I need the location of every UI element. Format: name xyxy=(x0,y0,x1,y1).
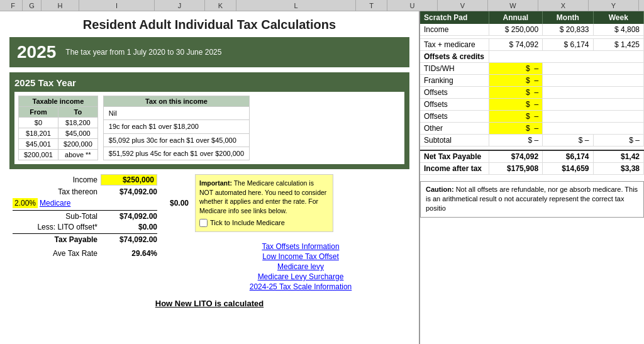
link-medicare[interactable]: Medicare levy xyxy=(195,262,406,271)
tables-row: Taxable income From To $0 $18,200 xyxy=(14,92,404,164)
income-annual: $ 250,000 xyxy=(489,24,542,36)
income-calc-value[interactable]: $250,000 xyxy=(101,174,157,186)
table-row: 19c for each $1 over $18,200 xyxy=(103,120,249,133)
tax-year-label: 2025 Tax Year xyxy=(14,77,404,88)
offsets-3-value[interactable]: $ – xyxy=(489,111,542,123)
offsets-3-label: Offsets xyxy=(420,111,489,123)
how-lito[interactable]: How New LITO is calculated xyxy=(9,299,409,308)
lito-label: Less: LITO offset* xyxy=(13,223,101,231)
tax-week: $ 1,425 xyxy=(593,39,643,51)
income-after-tax-label: Income after tax xyxy=(420,162,489,174)
col-x: X xyxy=(538,0,589,11)
table-row: $51,592 plus 45c for each $1 over $200,0… xyxy=(103,147,249,160)
medicare-row: 2.00% Medicare $0.00 xyxy=(13,198,189,208)
medicare-link[interactable]: Medicare xyxy=(40,199,70,208)
tax-3: $51,592 plus 45c for each $1 over $200,0… xyxy=(103,147,249,160)
income-after-tax-month: $14,659 xyxy=(543,162,593,174)
tids-label: TIDs/WH xyxy=(420,63,489,75)
link-tax-offsets[interactable]: Tax Offsets Information xyxy=(195,242,406,251)
net-tax-week: $1,42 xyxy=(593,150,643,163)
table-row: $5,092 plus 30c for each $1 over $45,000 xyxy=(103,133,249,147)
to-3: above ** xyxy=(58,150,97,160)
franking-label: Franking xyxy=(420,75,489,87)
checkbox-row: Tick to Include Medicare xyxy=(199,218,329,228)
other-label: Other xyxy=(420,123,489,135)
scratch-table: Scratch Pad Annual Month Week Income $ 2… xyxy=(420,11,644,175)
from-2: $45,001 xyxy=(19,139,58,150)
tids-row: TIDs/WH $ – xyxy=(420,63,644,75)
table-row: $45,001 $200,000 xyxy=(19,139,98,150)
tax-payable-row: Tax Payable $74,092.00 xyxy=(13,235,189,244)
other-value[interactable]: $ – xyxy=(489,123,542,135)
separator-1 xyxy=(13,210,157,211)
offsets-2-value[interactable]: $ – xyxy=(489,99,542,111)
to-0: $18,200 xyxy=(58,118,97,128)
scratch-pad-area: Scratch Pad Annual Month Week Income $ 2… xyxy=(420,11,644,344)
col-y: Y xyxy=(589,0,639,11)
table-row: $18,201 $45,000 xyxy=(19,128,98,139)
caution-title: Caution: xyxy=(426,186,454,193)
income-after-tax-week: $3,38 xyxy=(593,162,643,174)
caution-box: Caution: Not all offsets are refundable,… xyxy=(420,181,644,218)
offsets-header-row: Offsets & credits xyxy=(420,51,644,63)
tax-0: Nil xyxy=(103,107,249,120)
subtotal-month: $ – xyxy=(543,135,593,147)
scratch-pad-header: Scratch Pad xyxy=(420,11,489,24)
links-area: Tax Offsets Information Low Income Tax O… xyxy=(195,242,406,292)
tax-payable-label: Tax Payable xyxy=(13,235,101,244)
col-v: V xyxy=(438,0,488,11)
page-title: Resident Adult Individual Tax Calculatio… xyxy=(9,18,409,32)
tax-thereon-row: Tax thereon $74,092.00 xyxy=(13,187,189,196)
income-scratch-label: Income xyxy=(420,24,489,36)
table-row: $0 $18,200 xyxy=(19,118,98,128)
subtotal-value: $74,092.00 xyxy=(101,212,157,221)
separator-2 xyxy=(13,233,157,234)
col-t: T xyxy=(356,0,387,11)
col-w: W xyxy=(488,0,538,11)
medicare-rate[interactable]: 2.00% xyxy=(13,198,38,208)
income-calc-label: Income xyxy=(13,175,101,184)
link-tax-scale[interactable]: 2024-25 Tax Scale Information xyxy=(195,282,406,291)
col-f: F xyxy=(4,0,23,11)
medicare-checkbox[interactable] xyxy=(199,219,208,227)
annual-header: Annual xyxy=(489,11,542,24)
tax-month: $ 6,174 xyxy=(543,39,593,51)
from-header: From xyxy=(19,107,58,118)
subtotal-label: Sub-Total xyxy=(13,212,101,221)
income-month: $ 20,833 xyxy=(543,24,593,36)
offsets-3-row: Offsets $ – xyxy=(420,111,644,123)
tax-1: 19c for each $1 over $18,200 xyxy=(103,120,249,133)
subtotal-scratch-row: Subtotal $ – $ – $ – xyxy=(420,135,644,147)
col-i: I xyxy=(79,0,155,11)
offsets-1-row: Offsets $ – xyxy=(420,87,644,99)
tax-table: Tax on this income Nil 19c for each $1 o… xyxy=(103,96,250,160)
subtotal-week: $ – xyxy=(593,135,643,147)
tax-medicare-row: Tax + medicare $ 74,092 $ 6,174 $ 1,425 xyxy=(420,39,644,51)
net-tax-annual: $74,092 xyxy=(489,150,542,163)
from-3: $200,001 xyxy=(19,150,58,160)
link-medicare-surcharge[interactable]: Medicare Levy Surcharge xyxy=(195,272,406,281)
link-low-income[interactable]: Low Income Tax Offset xyxy=(195,252,406,261)
ave-rate-row: Ave Tax Rate 29.64% xyxy=(13,249,189,258)
offsets-1-value[interactable]: $ – xyxy=(489,87,542,99)
income-after-tax-annual: $175,908 xyxy=(489,162,542,174)
table-row: $200,001 above ** xyxy=(19,150,98,160)
col-g: G xyxy=(23,0,42,11)
col-j: J xyxy=(155,0,205,11)
net-tax-row: Net Tax Payable $74,092 $6,174 $1,42 xyxy=(420,150,644,163)
net-tax-month: $6,174 xyxy=(543,150,593,163)
franking-value[interactable]: $ – xyxy=(489,75,542,87)
checkbox-label: Tick to Include Medicare xyxy=(210,218,285,228)
subtotal-annual: $ – xyxy=(489,135,542,147)
important-title: Important: xyxy=(199,179,232,187)
lito-row: Less: LITO offset* $0.00 xyxy=(13,223,189,231)
tax-2: $5,092 plus 30c for each $1 over $45,000 xyxy=(103,133,249,147)
income-table: Taxable income From To $0 $18,200 xyxy=(18,96,98,160)
tids-value[interactable]: $ – xyxy=(489,63,542,75)
income-scratch-row: Income $ 250,000 $ 20,833 $ 4,808 xyxy=(420,24,644,36)
lito-value: $0.00 xyxy=(101,223,157,231)
col-u: U xyxy=(387,0,438,11)
calculation-area: Income $250,000 Tax thereon $74,092.00 2… xyxy=(9,174,409,292)
month-header: Month xyxy=(543,11,593,24)
year-number: 2025 xyxy=(17,42,56,62)
